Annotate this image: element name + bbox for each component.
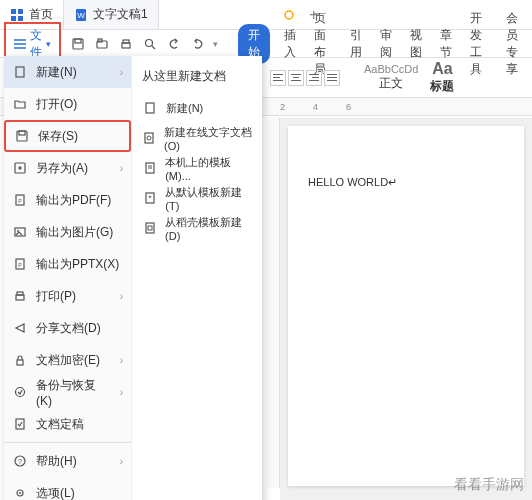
menu-backup[interactable]: 备份与恢复(K) ›: [4, 376, 131, 408]
menu-share[interactable]: 分享文档(D): [4, 312, 131, 344]
menu-save-as[interactable]: 另存为(A) ›: [4, 152, 131, 184]
menu-export-pptx[interactable]: P 输出为PPTX(X): [4, 248, 131, 280]
menu-export-image[interactable]: 输出为图片(G): [4, 216, 131, 248]
menu-save[interactable]: 保存(S): [4, 120, 131, 152]
file-menu-submenu: 从这里新建文档 新建(N) 新建在线文字文档(O) 本机上的模板(M)... 从…: [132, 56, 262, 500]
document-page[interactable]: HELLO WORLD↵: [288, 126, 524, 486]
svg-text:?: ?: [18, 458, 22, 465]
qa-dropdown-icon[interactable]: ▾: [213, 39, 218, 49]
ruler-mark: 2: [280, 102, 285, 112]
align-group: [270, 70, 340, 86]
default-template-icon: [142, 190, 157, 206]
menu-print[interactable]: 打印(P) ›: [4, 280, 131, 312]
quick-access-toolbar: ▾: [69, 35, 218, 53]
ribbon-tab-developer[interactable]: 开发工具: [466, 6, 492, 82]
menu-options[interactable]: 选项(L): [4, 477, 131, 500]
chevron-right-icon: ›: [120, 163, 123, 174]
submenu-title: 从这里新建文档: [136, 64, 258, 93]
menu-save-label: 保存(S): [38, 128, 78, 145]
document-content: HELLO WORLD↵: [308, 176, 504, 189]
svg-rect-31: [17, 292, 23, 295]
svg-rect-20: [19, 131, 25, 135]
svg-rect-2: [11, 16, 16, 21]
style-heading-sample: Aa: [430, 60, 454, 78]
blank-doc-icon: [142, 100, 158, 116]
image-icon: [12, 224, 28, 240]
menu-encrypt[interactable]: 文档加密(E) ›: [4, 344, 131, 376]
save-disk-icon: [14, 128, 30, 144]
svg-rect-45: [146, 193, 154, 203]
toolbar: 文件 ▾ ▾ 开始 插入 页面布局 引用 审阅 视图 章节 开发工具 会员专享: [0, 30, 532, 58]
ribbon-tab-review[interactable]: 审阅: [376, 23, 396, 65]
svg-rect-18: [16, 67, 24, 77]
vertical-ruler: [266, 118, 280, 488]
svg-rect-48: [148, 226, 152, 230]
tab-document-label: 文字文稿1: [93, 6, 148, 23]
submenu-shell-template-label: 从稻壳模板新建(D): [165, 215, 252, 242]
qa-save-icon[interactable]: [69, 35, 87, 53]
qa-redo-icon[interactable]: [189, 35, 207, 53]
qa-preview-icon[interactable]: [141, 35, 159, 53]
align-justify-button[interactable]: [324, 70, 340, 86]
shell-template-icon: [142, 220, 157, 236]
save-as-icon: [12, 160, 28, 176]
style-body-label: 正文: [364, 75, 418, 92]
menu-new-label: 新建(N): [36, 64, 77, 81]
align-center-button[interactable]: [288, 70, 304, 86]
menu-print-label: 打印(P): [36, 288, 76, 305]
menu-options-label: 选项(L): [36, 485, 75, 501]
menu-open-label: 打开(O): [36, 96, 77, 113]
ruler-mark: 6: [346, 102, 351, 112]
submenu-default-template-label: 从默认模板新建(T): [165, 185, 252, 212]
qa-open-icon[interactable]: [93, 35, 111, 53]
svg-rect-34: [16, 419, 24, 429]
menu-export-pdf[interactable]: P 输出为PDF(F): [4, 184, 131, 216]
submenu-new-online[interactable]: 新建在线文字文档(O): [136, 123, 258, 153]
menu-help[interactable]: ? 帮助(H) ›: [4, 445, 131, 477]
svg-rect-39: [146, 103, 154, 113]
menu-export-pptx-label: 输出为PPTX(X): [36, 256, 119, 273]
style-heading[interactable]: Aa 标题: [430, 60, 454, 95]
home-icon: [10, 8, 24, 22]
menu-finalize[interactable]: 文档定稿: [4, 408, 131, 440]
svg-rect-1: [18, 9, 23, 14]
file-menu-dropdown: 新建(N) › 打开(O) 保存(S) 另存为(A) › P 输出为PDF(F)…: [4, 56, 262, 500]
open-folder-icon: [12, 96, 28, 112]
qa-undo-icon[interactable]: [165, 35, 183, 53]
svg-rect-15: [123, 40, 129, 43]
align-right-button[interactable]: [306, 70, 322, 86]
svg-text:P: P: [18, 198, 22, 204]
submenu-shell-template[interactable]: 从稻壳模板新建(D): [136, 213, 258, 243]
svg-line-17: [152, 46, 155, 49]
svg-marker-46: [148, 195, 152, 198]
hamburger-icon: [14, 39, 26, 49]
submenu-local-template[interactable]: 本机上的模板(M)...: [136, 153, 258, 183]
menu-new[interactable]: 新建(N) ›: [4, 56, 131, 88]
ribbon-tab-reference[interactable]: 引用: [346, 23, 366, 65]
new-file-icon: [12, 64, 28, 80]
ribbon-tab-section[interactable]: 章节: [436, 23, 456, 65]
gear-icon: [12, 485, 28, 500]
svg-rect-11: [75, 39, 81, 43]
svg-rect-30: [16, 295, 24, 300]
style-body[interactable]: AaBbCcDd 正文: [364, 63, 418, 92]
svg-point-38: [19, 492, 21, 494]
tab-home-label: 首页: [29, 6, 53, 23]
svg-rect-3: [18, 16, 23, 21]
submenu-local-template-label: 本机上的模板(M)...: [165, 155, 252, 182]
chevron-right-icon: ›: [120, 291, 123, 302]
svg-text:P: P: [18, 262, 22, 268]
align-left-button[interactable]: [270, 70, 286, 86]
ribbon-tab-member[interactable]: 会员专享: [502, 6, 528, 82]
help-icon: ?: [12, 453, 28, 469]
ribbon-tab-view[interactable]: 视图: [406, 23, 426, 65]
menu-open[interactable]: 打开(O): [4, 88, 131, 120]
svg-rect-14: [122, 43, 130, 48]
submenu-default-template[interactable]: 从默认模板新建(T): [136, 183, 258, 213]
lock-icon: [12, 352, 28, 368]
tab-document[interactable]: W 文字文稿1: [64, 0, 159, 29]
ruler-mark: 4: [313, 102, 318, 112]
submenu-new[interactable]: 新建(N): [136, 93, 258, 123]
qa-print-icon[interactable]: [117, 35, 135, 53]
ribbon-tab-insert[interactable]: 插入: [280, 23, 300, 65]
